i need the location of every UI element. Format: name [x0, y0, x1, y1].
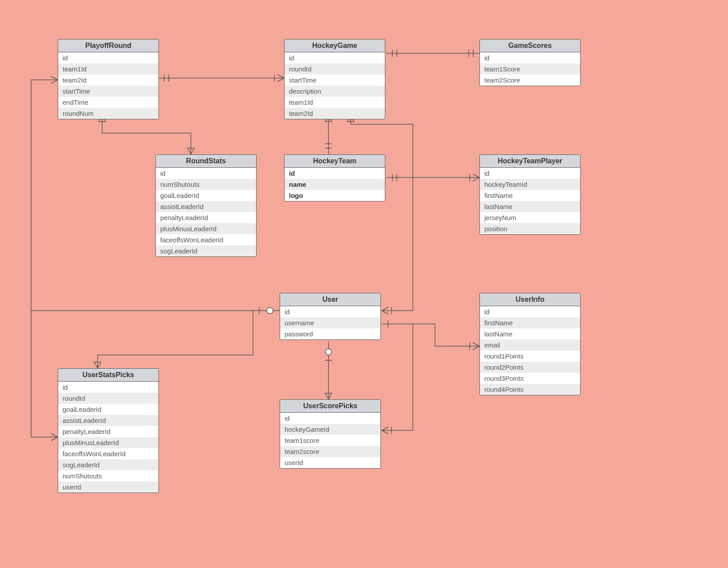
field: logo: [285, 190, 385, 201]
field: hockeyTeamId: [480, 179, 580, 190]
entity-title: UserStatsPicks: [58, 369, 158, 382]
field: team2score: [280, 446, 380, 457]
svg-line-41: [51, 76, 58, 80]
svg-line-16: [191, 148, 194, 154]
entity-title: HockeyTeam: [285, 155, 385, 168]
field: numShutouts: [58, 470, 158, 481]
field: numShutouts: [156, 179, 256, 190]
field: plusMinusLeaderId: [58, 437, 158, 448]
entity-title: PlayoffRound: [58, 39, 158, 52]
field: userId: [280, 457, 380, 468]
field: firstName: [480, 317, 580, 328]
field: id: [156, 168, 256, 179]
field: id: [480, 306, 580, 317]
field: startTime: [58, 86, 158, 97]
svg-line-26: [473, 174, 479, 178]
entity-hockeyteam: HockeyTeam id name logo: [284, 154, 385, 201]
field: roundId: [285, 63, 385, 75]
field: id: [280, 413, 380, 424]
entity-title: UserScorePicks: [280, 400, 380, 413]
field: goalLeaderId: [156, 190, 256, 201]
field: id: [280, 306, 380, 317]
svg-line-29: [382, 307, 388, 311]
entity-user: User id username password: [280, 293, 381, 340]
field: team2Id: [58, 75, 158, 86]
field: faceoffsWonLeaderId: [156, 234, 256, 245]
svg-line-3: [277, 75, 284, 78]
field: id: [58, 52, 158, 63]
entity-title: RoundStats: [156, 155, 256, 168]
svg-line-43: [51, 434, 58, 437]
svg-line-54: [382, 427, 388, 430]
entity-title: UserInfo: [480, 293, 580, 306]
field: startTime: [285, 75, 385, 86]
field: id: [58, 382, 158, 393]
svg-line-52: [325, 393, 328, 399]
field: plusMinusLeaderId: [156, 223, 256, 234]
svg-line-30: [382, 311, 388, 314]
entity-userinfo: UserInfo id firstName lastName email rou…: [479, 293, 581, 395]
svg-line-46: [94, 362, 98, 368]
field: team1Score: [480, 63, 580, 75]
entity-gamescores: GameScores id team1Score team2Score: [479, 39, 581, 86]
field: id: [285, 52, 385, 63]
field: jerseyNum: [480, 212, 580, 223]
entity-playoffround: PlayoffRound id team1Id team2Id startTim…: [58, 39, 159, 119]
entity-hockeygame: HockeyGame id roundId startTime descript…: [284, 39, 385, 119]
field: round4Points: [480, 384, 580, 395]
field: endTime: [58, 97, 158, 108]
field: userId: [58, 481, 158, 493]
field: assistLeaderId: [156, 201, 256, 212]
field: firstName: [480, 190, 580, 201]
field: sogLeaderId: [156, 245, 256, 256]
field: hockeyGameId: [280, 424, 380, 435]
svg-line-15: [187, 148, 191, 154]
entity-roundstats: RoundStats id numShutouts goalLeaderId a…: [155, 154, 257, 257]
field: round3Points: [480, 373, 580, 384]
svg-line-37: [473, 346, 479, 350]
svg-line-27: [473, 178, 479, 181]
field: email: [480, 339, 580, 351]
field: team2Score: [480, 75, 580, 86]
field: id: [480, 52, 580, 63]
entity-userstatspicks: UserStatsPicks id roundId goalLeaderId a…: [58, 368, 159, 493]
field: assistLeaderId: [58, 415, 158, 426]
field: team2Id: [285, 108, 385, 119]
field: username: [280, 317, 380, 328]
field: lastName: [480, 201, 580, 212]
field: roundId: [58, 393, 158, 404]
entity-title: User: [280, 293, 380, 306]
svg-line-47: [98, 362, 101, 368]
field: id: [480, 168, 580, 179]
svg-point-39: [267, 308, 273, 314]
svg-line-44: [51, 437, 58, 441]
field: id: [285, 168, 385, 179]
field: round1Points: [480, 351, 580, 362]
svg-line-42: [51, 80, 58, 83]
field: penaltyLeaderId: [58, 426, 158, 437]
field: team1score: [280, 435, 380, 446]
entity-userscorepicks: UserScorePicks id hockeyGameId team1scor…: [280, 399, 381, 469]
svg-line-55: [382, 430, 388, 434]
field: team1Id: [285, 97, 385, 108]
svg-line-53: [328, 393, 332, 399]
field: penaltyLeaderId: [156, 212, 256, 223]
field: lastName: [480, 328, 580, 339]
entity-hockeyteamplayer: HockeyTeamPlayer id hockeyTeamId firstNa…: [479, 154, 581, 235]
field: position: [480, 223, 580, 234]
field: team1Id: [58, 63, 158, 75]
field: roundNum: [58, 108, 158, 119]
field: sogLeaderId: [58, 459, 158, 470]
field: description: [285, 86, 385, 97]
entity-title: GameScores: [480, 39, 580, 52]
field: goalLeaderId: [58, 404, 158, 415]
entity-title: HockeyTeamPlayer: [480, 155, 580, 168]
field: name: [285, 179, 385, 190]
svg-line-36: [473, 343, 479, 346]
field: round2Points: [480, 362, 580, 373]
field: password: [280, 328, 380, 339]
svg-line-4: [277, 78, 284, 82]
svg-point-49: [325, 349, 332, 355]
entity-title: HockeyGame: [285, 39, 385, 52]
field: faceoffsWonLeaderId: [58, 448, 158, 459]
